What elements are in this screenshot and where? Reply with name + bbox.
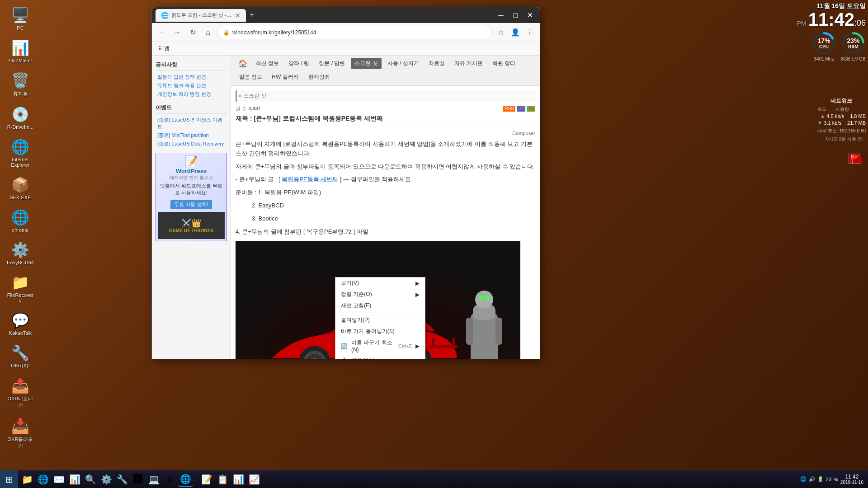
- body-prep-2: 2. EasyBCD: [236, 201, 535, 211]
- tb-h[interactable]: 🅷: [131, 472, 145, 487]
- wp-ad-cta[interactable]: 무료 자동 설치!: [170, 200, 212, 209]
- desktop-icon-okrexport[interactable]: 📤 OKR내보내기: [5, 375, 36, 411]
- tb-cmd[interactable]: 💻: [146, 472, 161, 487]
- nav-usage[interactable]: 사용 / 설치기: [384, 58, 423, 69]
- post-image: ⊞ Windows Forum ⊞ Windows Forum 보기(V) ▶ …: [236, 241, 520, 359]
- site-main-content: 🏠 최신 정보 강좌 / 팁 질문 / 답변 스크린 샷 사용 / 설치기 자료…: [231, 56, 540, 359]
- event-link-1[interactable]: [종료] EaseUS 라이센스 이벤트: [156, 116, 227, 131]
- tb-tools[interactable]: 🔧: [115, 472, 129, 487]
- wordpress-ad: 📝 WordPress 세계적인 인기 블로그 닷홈에서 워드프레스를 무료로 …: [156, 153, 227, 241]
- tb-chrome[interactable]: 🌐: [178, 472, 193, 487]
- nav-screenshot[interactable]: 스크린 샷: [351, 58, 381, 69]
- refresh-button[interactable]: ↻: [186, 26, 199, 39]
- breadcrumb-text: 스크린 샷: [243, 93, 266, 99]
- new-tab-button[interactable]: +: [250, 10, 255, 20]
- context-menu: 보기(V) ▶ 정렬 기준(O) ▶ 새로 고침(E) 붙여넣기(P): [335, 277, 425, 359]
- start-button[interactable]: ⊞: [0, 470, 18, 488]
- minimize-button[interactable]: ─: [495, 9, 507, 22]
- link-pe-third[interactable]: 복원용PE등록 세번째: [282, 176, 338, 183]
- desktop-icon-pc[interactable]: 🖥️ PC: [5, 5, 36, 33]
- desktop-icon-planmaker[interactable]: 📊 PlanMaker: [5, 37, 36, 65]
- tb-excel[interactable]: 📊: [67, 472, 82, 487]
- got-ad-banner[interactable]: ⚔️👑 GAME OF THRONES: [158, 212, 225, 239]
- notice-link-3[interactable]: 개인정보 처리 방침 변경: [156, 90, 227, 99]
- content-meta: 글 수 4,837 RSS 📌 🔖: [236, 105, 535, 112]
- tb-mail[interactable]: ✉️: [52, 472, 66, 487]
- home-nav-button[interactable]: ⌂: [202, 26, 214, 39]
- ctx-view-arrow: ▶: [415, 280, 420, 286]
- desktop-icon-sfx[interactable]: 📦 SFX-EXE: [5, 174, 36, 202]
- site-nav: 🏠 최신 정보 강좌 / 팁 질문 / 답변 스크린 샷 사용 / 설치기 자료…: [231, 56, 540, 86]
- desktop-icon-kakao[interactable]: 💬 KakaoTalk: [5, 310, 36, 338]
- forward-button[interactable]: →: [171, 26, 184, 39]
- url-text: windowsforum.kr/gallery/12505144: [232, 29, 486, 36]
- time-display: 11:42: [808, 10, 854, 28]
- sec-display: :06: [854, 19, 866, 28]
- browser-toolbar: ← → ↻ ⌂ 🔒 windowsforum.kr/gallery/125051…: [152, 23, 540, 42]
- nav-library[interactable]: 자료실: [425, 58, 448, 69]
- tb-ie[interactable]: 🌐: [36, 472, 50, 487]
- post-author: Compuser: [236, 131, 535, 136]
- body-line-3: - 큰+무님의 글 : [ 복원용PE등록 세번째 ] --- 첨부파일을 적용…: [236, 175, 535, 184]
- notice-link-1[interactable]: 질문과 답변 정책 변경: [156, 73, 227, 81]
- tb-office2[interactable]: 📋: [215, 472, 230, 487]
- desktop-icon-okri[interactable]: 🔧 OKR(X)I: [5, 342, 36, 370]
- datetime-widget: 11월 16일 토요일 PM 11:42 :06: [797, 2, 866, 28]
- bookmarks-apps[interactable]: ⠿ 앱: [156, 44, 172, 53]
- tb-office3[interactable]: 📊: [231, 472, 245, 487]
- ctx-sort[interactable]: 정렬 기준(O) ▶: [335, 289, 425, 300]
- ctx-undo[interactable]: 🔄 이름 바꾸기 최소(N) Ctrl+Z ▶: [335, 337, 425, 355]
- tb-settings[interactable]: ⚙️: [99, 472, 113, 487]
- nav-seminar[interactable]: 현재강좌: [305, 71, 334, 83]
- ctx-paste-shortcut[interactable]: 바로 가기 붙여넣기(S): [335, 326, 425, 337]
- tab-close-button[interactable]: ✕: [235, 12, 241, 19]
- event-link-2[interactable]: [종료] MiniTool partition: [156, 131, 227, 140]
- nav-hwgallery[interactable]: HW 갈러리: [268, 71, 302, 83]
- post-body: 큰+무님이 자게에 [로컬시스템에 복원용PE등록하여 사용하기 세번째 방법]…: [236, 140, 535, 236]
- top-right-widget: 11월 16일 토요일 PM 11:42 :06 17% CPU: [797, 2, 866, 61]
- tray-battery-percent: 23: [826, 477, 831, 482]
- tab-favicon: 🌐: [161, 12, 169, 19]
- desktop-icon-trash[interactable]: 🗑️ 휴지통: [5, 70, 36, 99]
- taskbar-clock[interactable]: 11:42 2019-11-16: [840, 474, 863, 485]
- desktop-icon-easybcd[interactable]: ⚙️ EasyBCD64: [5, 239, 36, 267]
- tb-search[interactable]: 🔍: [83, 472, 98, 487]
- nav-info[interactable]: 알쏭 정보: [236, 71, 266, 83]
- back-button[interactable]: ←: [156, 26, 168, 39]
- browser-window: 🌐 윈도우 포럼 - 스크린 샷 - [큰*... ✕ + ─ □ ✕ ← → …: [151, 7, 540, 359]
- tb-file-explorer[interactable]: 📁: [20, 472, 34, 487]
- nav-freeboard[interactable]: 자유 게시판: [451, 58, 486, 69]
- address-bar[interactable]: 🔒 windowsforum.kr/gallery/12505144: [217, 26, 492, 39]
- filerecovery-label: FileRecovery: [6, 292, 34, 303]
- cpu-freq: 3401 Mhz: [814, 56, 834, 61]
- account-button[interactable]: 👤: [509, 26, 522, 39]
- maximize-button[interactable]: □: [509, 9, 522, 22]
- browser-tab-active[interactable]: 🌐 윈도우 포럼 - 스크린 샷 - [큰*... ✕: [156, 9, 246, 22]
- ram-percent-label: 23% RAM: [847, 37, 859, 49]
- ctx-view[interactable]: 보기(V) ▶: [335, 277, 425, 289]
- tb-office1[interactable]: 📝: [199, 472, 214, 487]
- site-home-button[interactable]: 🏠: [236, 58, 250, 69]
- ctx-refresh[interactable]: 새로 고침(E): [335, 300, 425, 311]
- nav-qa[interactable]: 질문 / 답변: [315, 58, 349, 69]
- ctx-share[interactable]: 📤 공유 옵션: [335, 355, 425, 359]
- body-line-1: 큰+무님이 자게에 [로컬시스템에 복원용PE등록하여 사용하기 세번째 방법]…: [236, 140, 535, 159]
- desktop-icon-okrimport[interactable]: 📥 OKR롤러오기: [5, 415, 36, 451]
- desktop-icon-rdrive[interactable]: 💿 R-DriveIm...: [5, 103, 36, 131]
- ctx-paste[interactable]: 붙여넣기(P): [335, 314, 425, 326]
- desktop-icon-filerecovery[interactable]: 📁 FileRecovery: [5, 272, 36, 305]
- bookmark-button[interactable]: ☆: [495, 26, 507, 39]
- wp-ad-title: WordPress: [158, 168, 225, 174]
- desktop-icon-ie[interactable]: 🌐 Internet Explorer: [5, 136, 36, 169]
- menu-button[interactable]: ⋮: [524, 26, 536, 39]
- tb-office4[interactable]: 📈: [247, 472, 261, 487]
- event-link-3[interactable]: [종료] EaseUS Data Recovery: [156, 140, 227, 148]
- nav-lecture[interactable]: 강좌 / 팁: [285, 58, 313, 69]
- nav-latest[interactable]: 최신 정보: [252, 58, 283, 69]
- tb-x[interactable]: ✕: [162, 472, 177, 487]
- nav-member[interactable]: 회원 장터: [489, 58, 519, 69]
- close-button[interactable]: ✕: [524, 9, 536, 22]
- notice-link-2[interactable]: 유튜브 링크 허용 관련: [156, 81, 227, 90]
- desktop-icon-chrome[interactable]: 🌐 chrome: [5, 206, 36, 235]
- windows-logo-icon: ⊞: [5, 474, 13, 485]
